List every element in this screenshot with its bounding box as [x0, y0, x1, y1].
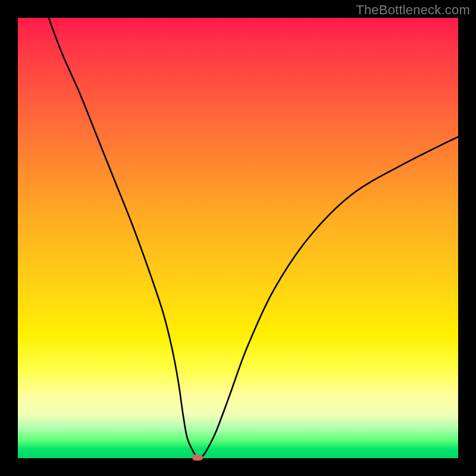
plot-area — [18, 18, 458, 458]
watermark-text: TheBottleneck.com — [356, 2, 470, 18]
bottleneck-curve — [18, 18, 458, 458]
chart-frame: TheBottleneck.com — [0, 0, 476, 476]
min-marker — [192, 455, 203, 461]
